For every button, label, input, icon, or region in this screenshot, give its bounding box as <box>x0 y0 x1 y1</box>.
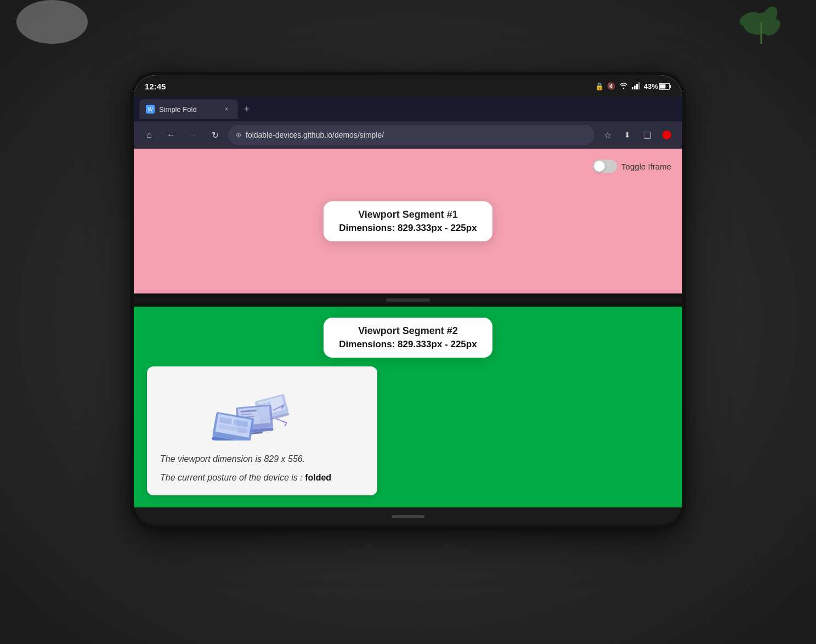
segment-2-title: Viewport Segment #2 <box>339 325 477 337</box>
viewport-green-area: Viewport Segment #2 Dimensions: 829.333p… <box>134 307 682 507</box>
android-bottom-bar <box>134 507 682 525</box>
toggle-iframe-label: Toggle Iframe <box>621 162 671 171</box>
hinge-fold <box>134 293 682 307</box>
reload-icon: ↻ <box>212 130 219 140</box>
download-button[interactable]: ⬇ <box>619 126 636 144</box>
menu-button[interactable] <box>658 126 676 144</box>
plant-decoration <box>717 0 783 55</box>
bookmark-button[interactable]: ☆ <box>599 126 616 144</box>
status-time: 12:45 <box>145 82 166 91</box>
bookmark-icon: ☆ <box>604 130 611 140</box>
signal-icon <box>632 82 641 91</box>
toggle-iframe-container: Toggle Iframe <box>593 160 671 173</box>
new-tab-button[interactable]: + <box>238 100 256 118</box>
home-button[interactable]: ⌂ <box>140 126 158 144</box>
android-home-pill[interactable] <box>392 515 424 518</box>
svg-rect-13 <box>660 84 666 88</box>
status-bar: 12:45 🔒 🔇 <box>134 75 682 97</box>
segment-2-dimensions: Dimensions: 829.333px - 225px <box>339 339 477 350</box>
back-button[interactable]: ← <box>162 126 180 144</box>
hinge-pill <box>386 298 430 302</box>
svg-rect-10 <box>638 82 640 89</box>
browser-tab-active[interactable]: W Simple Fold × <box>139 99 238 119</box>
lock-icon: 🔒 <box>595 82 604 91</box>
viewport-pink-area: Toggle Iframe Viewport Segment #1 Dimens… <box>134 149 682 293</box>
url-text: foldable-devices.github.io/demos/simple/ <box>246 131 587 139</box>
device-illustration <box>207 377 317 443</box>
battery-icon: 43% <box>644 82 671 91</box>
battery-percent: 43% <box>644 82 658 91</box>
download-icon: ⬇ <box>624 131 631 139</box>
tab-close-button[interactable]: × <box>222 104 231 114</box>
url-security-icon: ⊕ <box>236 131 241 139</box>
url-bar[interactable]: ⊕ foldable-devices.github.io/demos/simpl… <box>228 125 594 145</box>
menu-icon <box>662 131 671 139</box>
nav-actions: ☆ ⬇ ❏ <box>599 126 676 144</box>
back-icon: ← <box>167 130 175 140</box>
segment-2-info-box: Viewport Segment #2 Dimensions: 829.333p… <box>324 318 492 358</box>
tab-bar: W Simple Fold × + <box>134 97 682 121</box>
screen-bottom-inner: Viewport Segment #2 Dimensions: 829.333p… <box>134 307 682 525</box>
device-wrapper: 12:45 🔒 🔇 <box>117 75 699 569</box>
blob-decoration <box>16 0 88 44</box>
tab-title: Simple Fold <box>159 105 217 114</box>
toggle-knob <box>594 161 605 172</box>
posture-prefix: The current posture of the device is : <box>160 473 305 482</box>
svg-rect-12 <box>670 85 671 88</box>
toggle-iframe-switch[interactable] <box>593 160 617 173</box>
segment-1-dimensions: Dimensions: 829.333px - 225px <box>339 223 477 234</box>
posture-value: folded <box>305 473 331 482</box>
segment-1-info-box: Viewport Segment #1 Dimensions: 829.333p… <box>324 201 492 241</box>
device-info-card: The viewport dimension is 829 x 556. The… <box>147 366 377 495</box>
nav-bar: ⌂ ← → ↻ ⊕ foldable-devices.github.io/dem… <box>134 121 682 149</box>
svg-rect-7 <box>632 87 633 89</box>
home-icon: ⌂ <box>146 130 152 140</box>
svg-rect-9 <box>636 84 638 89</box>
posture-text: The current posture of the device is : f… <box>160 471 364 485</box>
svg-point-6 <box>623 87 624 88</box>
foldable-device: 12:45 🔒 🔇 <box>134 75 682 525</box>
reload-button[interactable]: ↻ <box>206 126 224 144</box>
segment-1-title: Viewport Segment #1 <box>339 209 477 221</box>
svg-rect-8 <box>634 86 636 89</box>
screen-bottom-panel: Viewport Segment #2 Dimensions: 829.333p… <box>134 307 682 525</box>
tab-overview-icon: ❏ <box>643 130 651 140</box>
tab-overview-button[interactable]: ❏ <box>638 126 656 144</box>
tab-favicon: W <box>146 105 155 114</box>
forward-icon: → <box>189 130 197 140</box>
wifi-icon <box>619 82 628 91</box>
screen-top-panel: 12:45 🔒 🔇 <box>134 75 682 293</box>
mute-icon: 🔇 <box>607 82 615 90</box>
segment-2-box-wrapper: Viewport Segment #2 Dimensions: 829.333p… <box>134 307 682 358</box>
viewport-dimension-text: The viewport dimension is 829 x 556. <box>160 452 364 466</box>
status-icons: 🔒 🔇 <box>595 82 671 91</box>
forward-button[interactable]: → <box>184 126 202 144</box>
screen-top-inner: 12:45 🔒 🔇 <box>134 75 682 293</box>
